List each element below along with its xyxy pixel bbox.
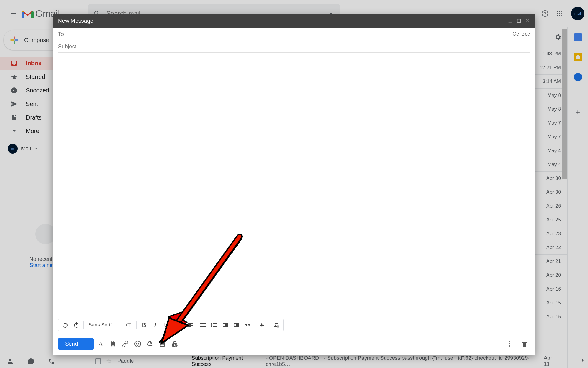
bulleted-list-button[interactable] <box>209 320 219 330</box>
font-size-button[interactable]: тT <box>124 320 135 330</box>
text-color-button[interactable]: A <box>172 320 183 330</box>
email-row[interactable]: Apr 15 <box>535 310 567 324</box>
hangouts-person-icon[interactable] <box>0 358 21 365</box>
keep-addon-icon[interactable] <box>574 53 582 61</box>
svg-point-3 <box>557 11 558 12</box>
send-button[interactable]: Send <box>58 338 94 350</box>
remove-formatting-button[interactable] <box>271 320 282 330</box>
gmail-m-icon <box>22 9 34 18</box>
sidebar-item-label: Inbox <box>26 60 41 67</box>
more-options-button[interactable] <box>504 338 515 349</box>
email-sender: Paddle <box>117 358 134 364</box>
email-row[interactable]: Apr 21 <box>535 255 567 268</box>
indent-more-button[interactable] <box>231 320 242 330</box>
svg-point-18 <box>138 343 139 344</box>
hangouts-phone-icon[interactable] <box>41 358 62 365</box>
get-addons-icon[interactable]: + <box>576 108 580 117</box>
sidebar-item-label: Sent <box>26 101 38 107</box>
svg-point-15 <box>211 326 212 327</box>
italic-button[interactable]: I <box>150 320 160 330</box>
star-toggle-icon[interactable]: ☆ <box>106 357 112 365</box>
mail-label-text: Mail <box>21 146 31 152</box>
svg-point-20 <box>509 341 510 342</box>
compose-body[interactable] <box>53 53 535 355</box>
settings-gear-icon[interactable] <box>554 34 562 41</box>
side-panel: + <box>567 27 588 368</box>
close-icon[interactable] <box>525 19 530 23</box>
attach-file-button[interactable] <box>107 338 118 349</box>
quote-button[interactable] <box>242 320 253 330</box>
compose-action-row: Send A <box>58 338 530 350</box>
subject-field-row[interactable]: Subject <box>58 40 530 53</box>
formatting-options-button[interactable]: A <box>95 338 106 349</box>
undo-button[interactable] <box>60 320 71 330</box>
font-family-select[interactable]: Sans Serif <box>86 322 120 328</box>
svg-point-9 <box>557 15 558 16</box>
discard-draft-button[interactable] <box>519 338 530 349</box>
redo-button[interactable] <box>71 320 82 330</box>
svg-point-13 <box>211 323 212 324</box>
numbered-list-button[interactable] <box>198 320 208 330</box>
inbox-icon <box>11 60 19 67</box>
collapse-side-panel-icon[interactable] <box>579 357 586 365</box>
send-more-dropdown[interactable] <box>85 338 94 350</box>
svg-text:?: ? <box>544 11 546 16</box>
email-snippet: - OPEN DASHBOARD → Subscription Payment … <box>266 355 539 367</box>
compose-label: Compose <box>24 37 49 44</box>
start-new-chat-link[interactable]: Start a new <box>30 262 56 268</box>
email-row[interactable]: Apr 26 <box>535 199 567 213</box>
email-row[interactable]: Apr 22 <box>535 241 567 255</box>
compose-header[interactable]: New Message <box>53 14 535 28</box>
select-checkbox[interactable] <box>95 358 101 364</box>
svg-point-6 <box>557 13 558 14</box>
insert-photo-button[interactable] <box>157 338 168 349</box>
align-button[interactable] <box>186 320 197 330</box>
bcc-link[interactable]: Bcc <box>521 31 530 37</box>
svg-rect-12 <box>509 22 512 22</box>
svg-point-5 <box>561 11 562 12</box>
formatting-toolbar: Sans Serif тT B I U A S <box>58 319 284 331</box>
insert-drive-button[interactable] <box>144 338 156 349</box>
sidebar-item-label: More <box>26 128 39 135</box>
main-menu-icon[interactable] <box>4 10 24 17</box>
dropdown-caret-icon <box>114 324 117 326</box>
indent-less-button[interactable] <box>220 320 230 330</box>
sidebar-item-label: Starred <box>26 74 45 80</box>
clock-icon <box>11 87 19 94</box>
apps-grid-icon[interactable] <box>556 10 563 17</box>
insert-emoji-button[interactable] <box>132 338 143 349</box>
email-row-bottom[interactable]: ☆ Paddle Subscription Payment Success - … <box>89 354 567 368</box>
calendar-addon-icon[interactable] <box>574 33 582 41</box>
email-row[interactable]: Apr 15 <box>535 296 567 310</box>
svg-point-17 <box>136 343 137 344</box>
to-label: To <box>58 31 64 37</box>
bold-button[interactable]: B <box>138 320 149 330</box>
fullscreen-icon[interactable] <box>517 19 521 23</box>
sidebar-item-label: Snoozed <box>26 87 49 94</box>
strikethrough-button[interactable]: S <box>257 320 267 330</box>
svg-point-7 <box>559 13 560 14</box>
confidential-mode-button[interactable] <box>169 338 180 349</box>
email-row[interactable]: Apr 30 <box>535 185 567 199</box>
email-row[interactable]: Apr 20 <box>535 268 567 282</box>
help-icon[interactable]: ? <box>542 10 549 17</box>
insert-link-button[interactable] <box>120 338 131 349</box>
email-row[interactable]: Apr 23 <box>535 227 567 241</box>
mini-avatar: m <box>8 144 18 154</box>
underline-button[interactable]: U <box>161 320 171 330</box>
send-icon <box>11 100 19 107</box>
hangouts-chat-icon[interactable] <box>21 358 41 365</box>
account-avatar[interactable]: mail <box>571 7 584 20</box>
dropdown-caret-icon <box>34 147 38 150</box>
email-row[interactable]: Apr 16 <box>535 282 567 296</box>
compose-dialog: New Message To Cc Bcc Subject Sans Serif… <box>53 14 535 355</box>
email-subject: Subscription Payment Success <box>191 355 260 367</box>
tasks-addon-icon[interactable] <box>574 73 582 81</box>
svg-rect-1 <box>31 12 34 18</box>
to-field-row[interactable]: To Cc Bcc <box>58 28 530 40</box>
minimize-icon[interactable] <box>508 19 512 23</box>
email-row[interactable]: Apr 25 <box>535 213 567 227</box>
star-icon <box>11 73 19 80</box>
cc-link[interactable]: Cc <box>512 31 519 37</box>
scrollbar[interactable] <box>562 29 567 179</box>
